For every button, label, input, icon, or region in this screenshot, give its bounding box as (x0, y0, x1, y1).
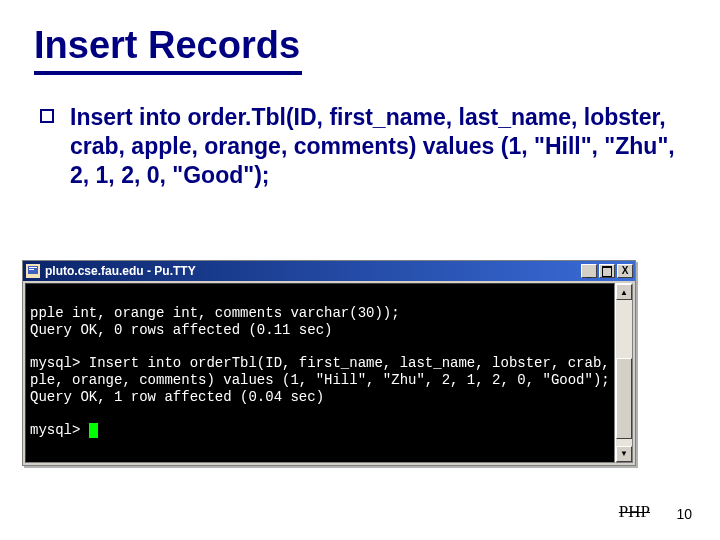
svg-rect-3 (29, 269, 34, 270)
minimize-button[interactable]: _ (581, 264, 597, 278)
title-wrap: Insert Records (34, 24, 686, 103)
chevron-up-icon: ▲ (620, 288, 628, 297)
putty-window: pluto.cse.fau.edu - Pu.TTY _ X pple int,… (22, 260, 636, 466)
bullet-text: Insert into order.Tbl(ID, first_name, la… (70, 104, 675, 188)
vertical-scrollbar[interactable]: ▲ ▼ (615, 283, 633, 463)
bullet-item: Insert into order.Tbl(ID, first_name, la… (40, 103, 680, 189)
terminal-line: Query OK, 1 row affected (0.04 sec) (30, 389, 324, 405)
page-number: 10 (676, 506, 692, 522)
scroll-thumb[interactable] (616, 358, 632, 438)
footer-label: PHP (619, 502, 650, 522)
terminal-line: ple, orange, comments) values (1, "Hill"… (30, 372, 610, 388)
chevron-down-icon: ▼ (620, 449, 628, 458)
putty-app-icon (25, 263, 41, 279)
maximize-button[interactable] (599, 264, 615, 278)
svg-rect-2 (29, 267, 37, 268)
terminal-prompt-line: mysql> (30, 422, 98, 438)
terminal-line: pple int, orange int, comments varchar(3… (30, 305, 400, 321)
window-control-buttons: _ X (581, 264, 633, 278)
slide: Insert Records Insert into order.Tbl(ID,… (0, 0, 720, 540)
titlebar[interactable]: pluto.cse.fau.edu - Pu.TTY _ X (23, 261, 635, 281)
close-button[interactable]: X (617, 264, 633, 278)
scroll-down-button[interactable]: ▼ (616, 446, 632, 462)
terminal-line: mysql> Insert into orderTbl(ID, first_na… (30, 355, 615, 371)
scroll-track[interactable] (616, 300, 632, 446)
scroll-up-button[interactable]: ▲ (616, 284, 632, 300)
slide-title: Insert Records (34, 24, 302, 75)
window-title: pluto.cse.fau.edu - Pu.TTY (45, 264, 581, 278)
cursor-icon (89, 423, 98, 438)
bullet-hollow-square-icon (40, 109, 54, 123)
terminal[interactable]: pple int, orange int, comments varchar(3… (25, 283, 615, 463)
terminal-wrap: pple int, orange int, comments varchar(3… (23, 281, 635, 465)
maximize-icon (602, 266, 612, 277)
terminal-line: Query OK, 0 rows affected (0.11 sec) (30, 322, 332, 338)
